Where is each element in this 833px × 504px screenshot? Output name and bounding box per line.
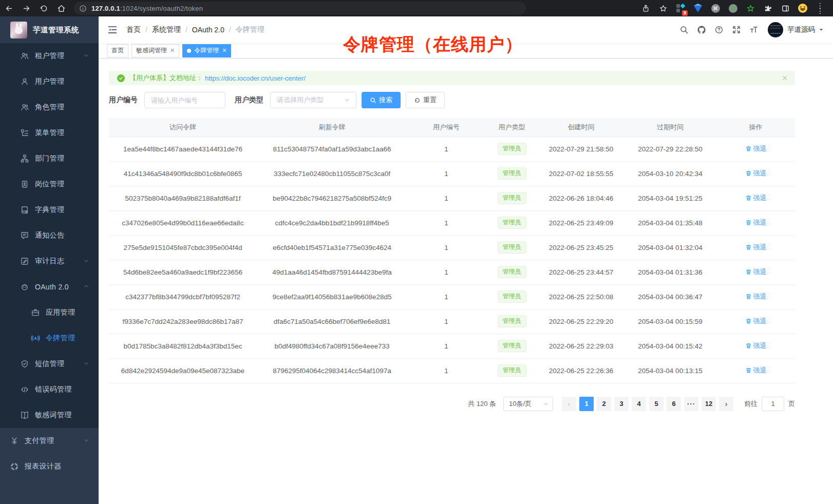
bookmark-star-icon[interactable] xyxy=(654,0,672,16)
action-cell: 强退 xyxy=(716,210,795,235)
puzzle-extension-icon[interactable] xyxy=(759,0,777,16)
chevron-down-icon xyxy=(83,257,89,266)
alert-close-icon[interactable]: ✕ xyxy=(782,74,788,82)
goto-page-input[interactable] xyxy=(762,397,784,411)
page-ellipsis[interactable]: ··· xyxy=(684,397,698,411)
sidebar-item-tenant[interactable]: 租户管理 xyxy=(0,43,99,69)
record-extension-icon[interactable] xyxy=(724,0,742,16)
command-extension-icon[interactable]: ⌘ xyxy=(707,0,724,16)
page-button-1[interactable]: 1 xyxy=(579,397,594,411)
user-caret-icon[interactable] xyxy=(819,25,824,34)
dict-icon xyxy=(20,205,29,215)
sidebar-item-notice[interactable]: 通知公告 xyxy=(0,223,99,248)
header-search-icon[interactable] xyxy=(675,21,693,38)
force-logout-button[interactable]: 强退 xyxy=(745,267,767,277)
created-time-cell: 2022-06-25 22:29:03 xyxy=(538,334,624,358)
sidebar-item-menu[interactable]: 菜单管理 xyxy=(0,120,99,146)
force-logout-button[interactable]: 强退 xyxy=(745,169,767,178)
sidebar-item-error-code[interactable]: 错误码管理 xyxy=(0,377,99,402)
post-icon xyxy=(20,180,29,189)
user-name[interactable]: 芋道源码 xyxy=(787,25,815,34)
sidebar-item-sms[interactable]: 短信管理 xyxy=(0,351,99,377)
user-type-select[interactable]: 请选择用户类型 xyxy=(270,92,356,108)
breadcrumb-item[interactable]: 首页 xyxy=(126,25,141,34)
alert-doc-link[interactable]: https://doc.iocoder.cn/user-center/ xyxy=(205,74,306,82)
sidebar-item-dept[interactable]: 部门管理 xyxy=(0,146,99,171)
site-info-icon[interactable] xyxy=(79,5,87,12)
sidebar-item-user[interactable]: 用户管理 xyxy=(0,69,99,94)
force-logout-button[interactable]: 强退 xyxy=(745,366,767,375)
sidebar-item-oauth2[interactable]: OAuth 2.0 xyxy=(0,274,99,300)
app-logo-icon xyxy=(10,22,27,38)
sidebar-item-dict[interactable]: 字典管理 xyxy=(0,197,99,223)
sidebar-item-pay[interactable]: 支付管理 xyxy=(0,428,99,454)
page-button-5[interactable]: 5 xyxy=(649,397,664,411)
reset-button[interactable]: 重置 xyxy=(406,92,445,108)
force-logout-button[interactable]: 强退 xyxy=(745,218,767,227)
force-logout-button[interactable]: 强退 xyxy=(745,317,767,326)
github-icon[interactable] xyxy=(693,21,710,38)
sidebar: 芋道管理系统 租户管理用户管理角色管理菜单管理部门管理岗位管理字典管理通知公告审… xyxy=(0,16,99,504)
sidebar-item-post[interactable]: 岗位管理 xyxy=(0,171,99,197)
tab-close-icon[interactable]: ✕ xyxy=(222,47,226,54)
force-logout-button[interactable]: 强退 xyxy=(745,341,767,351)
tab-sensitive-word[interactable]: 敏感词管理✕ xyxy=(131,44,179,57)
star-extension-icon[interactable] xyxy=(742,0,759,16)
sidebar-item-label: OAuth 2.0 xyxy=(35,283,69,291)
user-id-cell: 1 xyxy=(407,161,485,186)
page-button-6[interactable]: 6 xyxy=(667,397,681,411)
breadcrumb-item[interactable]: 系统管理 xyxy=(152,25,181,34)
page-button-12[interactable]: 12 xyxy=(702,397,716,411)
tab-close-icon[interactable]: ✕ xyxy=(170,47,175,54)
profile-avatar-icon[interactable] xyxy=(794,0,811,16)
forward-icon[interactable] xyxy=(17,0,35,16)
force-logout-button[interactable]: 强退 xyxy=(745,144,767,153)
table-row: 6d842e2924594de9a09e45e087323abe8796295f… xyxy=(109,358,795,383)
gem-extension-icon[interactable] xyxy=(689,0,707,16)
page-button-4[interactable]: 4 xyxy=(632,397,646,411)
force-logout-button[interactable]: 强退 xyxy=(745,292,767,301)
tab-token[interactable]: 令牌管理✕ xyxy=(182,44,231,57)
user-id-cell: 1 xyxy=(407,260,485,284)
next-page-button[interactable]: › xyxy=(719,397,733,411)
page-size-select[interactable]: 10条/页 xyxy=(503,397,553,411)
page-button-2[interactable]: 2 xyxy=(597,397,611,411)
sidebar-item-oauth2-app[interactable]: 应用管理 xyxy=(0,300,99,325)
force-logout-button[interactable]: 强退 xyxy=(745,243,767,252)
sidebar-item-label: 审计日志 xyxy=(35,257,64,266)
sidepanel-icon[interactable] xyxy=(777,0,794,16)
refresh-icon[interactable] xyxy=(35,0,52,16)
sidebar-item-audit-log[interactable]: 审计日志 xyxy=(0,248,99,274)
user-type-cell: 管理员 xyxy=(485,186,538,210)
force-logout-button[interactable]: 强退 xyxy=(745,193,767,203)
sidebar-item-label: 报表设计器 xyxy=(25,462,62,471)
sidebar-item-sensitive-word[interactable]: 敏感词管理 xyxy=(0,402,99,428)
force-logout-label: 强退 xyxy=(753,366,767,375)
user-type-badge: 管理员 xyxy=(498,290,526,303)
sidebar-item-report-designer[interactable]: 报表设计器 xyxy=(0,454,99,479)
extension-blocks-icon[interactable]: 9 xyxy=(672,0,689,16)
sidebar-item-oauth2-token[interactable]: 令牌管理 xyxy=(0,325,99,351)
breadcrumb-item[interactable]: OAuth 2.0 xyxy=(192,26,224,34)
force-logout-label: 强退 xyxy=(753,243,767,252)
refresh-token-cell: dfa6c71a50a54c66bef706ef9e6e8d81 xyxy=(257,309,407,334)
search-button[interactable]: 搜索 xyxy=(362,92,401,108)
font-size-icon[interactable] xyxy=(745,21,763,38)
logo-bar[interactable]: 芋道管理系统 xyxy=(0,16,99,43)
help-icon[interactable] xyxy=(710,21,728,38)
page-button-3[interactable]: 3 xyxy=(614,397,629,411)
home-icon[interactable] xyxy=(52,0,70,16)
tab-home[interactable]: 首页 xyxy=(107,44,128,57)
collapse-sidebar-icon[interactable] xyxy=(107,24,118,35)
browser-menu-icon[interactable]: ⋮⋮ xyxy=(811,0,829,16)
share-icon[interactable] xyxy=(637,0,654,16)
user-avatar[interactable] xyxy=(768,22,783,37)
prev-page-button[interactable]: ‹ xyxy=(562,397,576,411)
address-bar[interactable]: 127.0.0.1:1024/system/oauth2/token xyxy=(74,2,526,15)
sidebar-item-label: 角色管理 xyxy=(35,103,64,112)
sidebar-item-role[interactable]: 角色管理 xyxy=(0,94,99,120)
fullscreen-icon[interactable] xyxy=(728,21,745,38)
user-id-input[interactable] xyxy=(144,92,225,108)
back-icon[interactable] xyxy=(0,0,17,16)
user-type-badge: 管理员 xyxy=(498,315,526,327)
